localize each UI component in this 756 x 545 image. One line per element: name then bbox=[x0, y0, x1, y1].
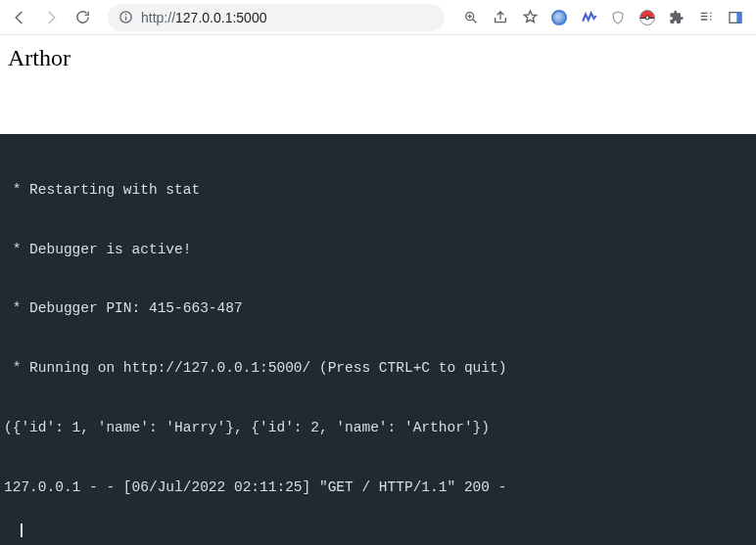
browser-toolbar: http://127.0.0.1:5000 bbox=[0, 0, 756, 35]
terminal-line: ({'id': 1, 'name': 'Harry'}, {'id': 2, '… bbox=[4, 418, 752, 437]
extension-pokeball-icon[interactable] bbox=[638, 9, 656, 26]
page-content: Arthor bbox=[0, 35, 756, 134]
terminal-line: * Debugger is active! bbox=[4, 240, 752, 259]
arrow-right-icon bbox=[42, 9, 60, 26]
terminal-line: * Restarting with stat bbox=[4, 180, 752, 200]
back-button[interactable] bbox=[8, 6, 31, 29]
arrow-left-icon bbox=[11, 9, 28, 26]
extension-wave-icon[interactable] bbox=[580, 9, 597, 26]
devtools-dock-icon[interactable] bbox=[727, 9, 744, 26]
terminal-line: * Running on http://127.0.0.1:5000/ (Pre… bbox=[4, 358, 752, 378]
terminal-cursor bbox=[21, 523, 23, 537]
url-text: http://127.0.0.1:5000 bbox=[141, 10, 266, 25]
terminal-line: 127.0.0.1 - - [06/Jul/2022 02:11:25] "GE… bbox=[4, 477, 752, 497]
toolbar-actions bbox=[458, 9, 748, 26]
address-bar[interactable]: http://127.0.0.1:5000 bbox=[108, 4, 445, 31]
svg-rect-8 bbox=[736, 12, 741, 23]
svg-point-2 bbox=[124, 14, 126, 16]
reload-button[interactable] bbox=[71, 6, 94, 29]
svg-line-4 bbox=[473, 20, 476, 23]
extension-circle-icon[interactable] bbox=[550, 9, 568, 26]
terminal-panel[interactable]: * Restarting with stat * Debugger is act… bbox=[0, 134, 756, 545]
page-body-text: Arthor bbox=[8, 45, 71, 70]
forward-button[interactable] bbox=[39, 6, 63, 29]
extension-shield-icon[interactable] bbox=[609, 9, 627, 26]
reload-icon bbox=[74, 9, 91, 25]
share-icon[interactable] bbox=[492, 9, 509, 26]
site-info-icon[interactable] bbox=[118, 10, 133, 25]
extensions-puzzle-icon[interactable] bbox=[668, 9, 685, 26]
bookmark-star-icon[interactable] bbox=[521, 9, 539, 26]
terminal-line: * Debugger PIN: 415-663-487 bbox=[4, 298, 752, 318]
zoom-icon[interactable] bbox=[462, 9, 480, 26]
reading-list-icon[interactable] bbox=[697, 9, 715, 26]
